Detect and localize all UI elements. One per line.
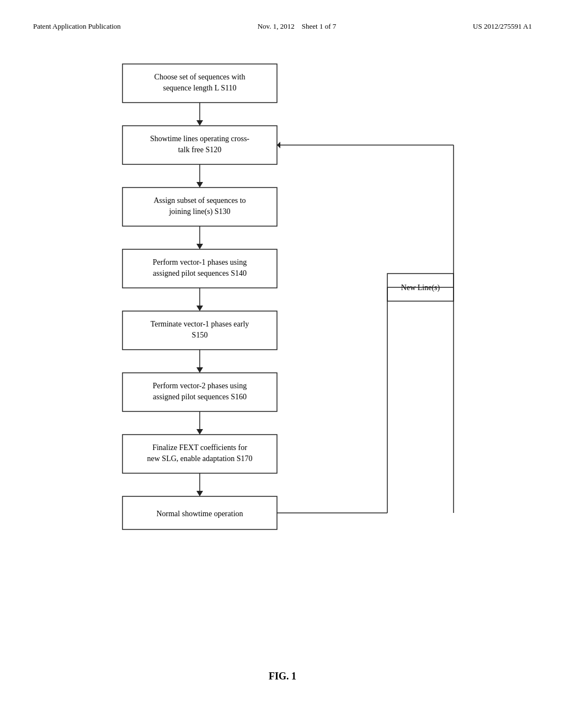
svg-text:S150: S150 (192, 331, 208, 339)
svg-rect-30 (122, 435, 277, 473)
svg-text:New Line(s): New Line(s) (401, 283, 440, 292)
svg-text:Finalize FEXT coefficients for: Finalize FEXT coefficients for (152, 443, 247, 452)
svg-text:Terminate vector-1 phases earl: Terminate vector-1 phases early (151, 320, 249, 328)
svg-text:joining line(s) S130: joining line(s) S130 (168, 207, 230, 216)
svg-rect-10 (122, 188, 277, 226)
svg-marker-14 (196, 244, 203, 249)
svg-rect-5 (122, 126, 277, 164)
svg-text:Choose set of sequences with: Choose set of sequences with (154, 73, 246, 81)
page-header: Patent Application Publication Nov. 1, 2… (33, 22, 532, 31)
header-sheet: Sheet 1 of 7 (302, 22, 336, 30)
header-right: US 2012/275591 A1 (473, 22, 532, 31)
svg-text:assigned pilot sequences S160: assigned pilot sequences S160 (153, 393, 247, 401)
svg-marker-4 (196, 120, 203, 126)
svg-marker-24 (196, 367, 203, 373)
svg-rect-20 (122, 311, 277, 350)
svg-text:sequence length L S110: sequence length L S110 (163, 84, 236, 92)
svg-text:Assign subset of sequences to: Assign subset of sequences to (153, 196, 246, 205)
svg-marker-19 (196, 306, 203, 311)
figure-caption: FIG. 1 (33, 671, 532, 682)
svg-marker-29 (196, 429, 203, 435)
svg-text:talk free  S120: talk free S120 (178, 146, 222, 154)
svg-text:Perform vector-1 phases using: Perform vector-1 phases using (153, 258, 247, 266)
header-left: Patent Application Publication (33, 22, 121, 31)
svg-rect-0 (122, 64, 277, 103)
svg-text:Normal showtime operation: Normal showtime operation (156, 510, 243, 518)
header-date: Nov. 1, 2012 (258, 22, 295, 30)
svg-rect-15 (122, 249, 277, 288)
svg-marker-9 (196, 182, 203, 188)
svg-rect-25 (122, 373, 277, 411)
flowchart-diagram: Choose set of sequences with sequence le… (45, 58, 520, 654)
svg-text:assigned pilot sequences S140: assigned pilot sequences S140 (153, 269, 247, 277)
page: Patent Application Publication Nov. 1, 2… (0, 0, 565, 728)
svg-text:Showtime lines operating cross: Showtime lines operating cross- (150, 135, 249, 143)
header-center: Nov. 1, 2012 Sheet 1 of 7 (258, 22, 337, 31)
svg-text:new SLG, enable adaptation S17: new SLG, enable adaptation S170 (147, 454, 253, 463)
svg-text:Perform vector-2 phases using: Perform vector-2 phases using (153, 382, 247, 390)
svg-marker-34 (196, 491, 203, 496)
svg-marker-42 (277, 142, 280, 148)
